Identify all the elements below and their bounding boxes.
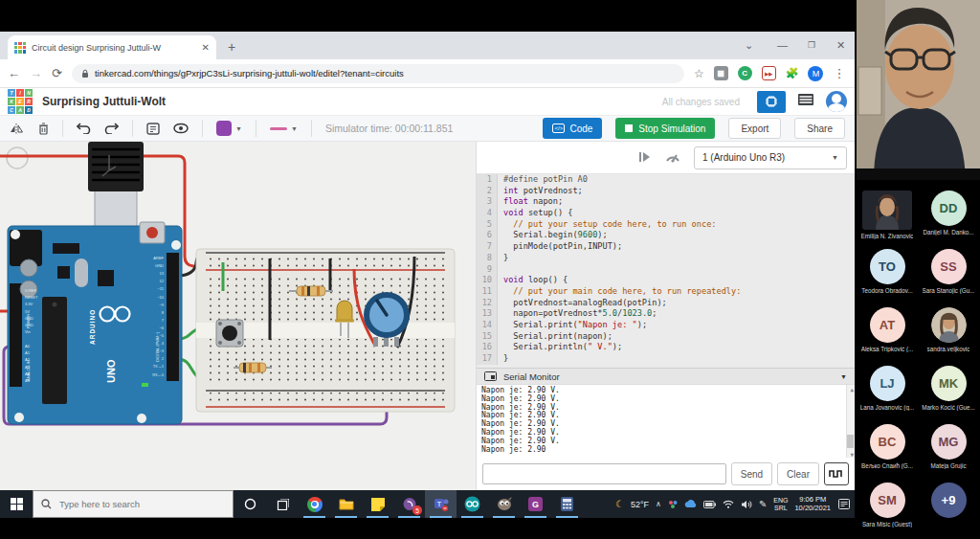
taskbar-arduino-icon[interactable] [457,490,488,518]
extensions-puzzle-icon[interactable]: 🧩 [786,67,799,79]
color-swatch-button[interactable]: ▼ [216,121,242,136]
participant[interactable]: +9 [918,478,979,536]
svg-text:~6: ~6 [159,326,164,330]
task-view-button[interactable] [266,490,299,518]
share-button[interactable]: Share [794,118,845,139]
export-button[interactable]: Export [728,118,781,139]
stop-simulation-button[interactable]: Stop Simulation [615,118,715,139]
battery-icon[interactable] [703,501,716,508]
participant[interactable]: BCВељко Спаић (G... [857,419,918,478]
pushbutton[interactable] [216,320,243,347]
new-tab-button[interactable]: + [228,40,235,54]
bookmark-star-icon[interactable]: ☆ [694,67,704,80]
serial-scrollbar[interactable]: ▲ ▼ [846,385,855,458]
serial-monitor-header[interactable]: Serial Monitor ▼ [477,368,855,384]
minimize-button[interactable]: — [777,39,788,51]
tray-expand-icon[interactable]: ∧ [656,500,661,508]
graph-button[interactable] [824,462,849,485]
extension-fast-forward-icon[interactable]: ▶▶ [762,66,776,80]
taskbar-gimp-icon[interactable] [488,490,520,518]
circuit-canvas[interactable]: UNO ARDUINO DIGITAL (PWM~) POWER ANALOG … [0,142,476,490]
language-indicator[interactable]: ENGSRL [773,497,788,511]
taskbar-sticky-notes-icon[interactable] [362,490,393,518]
taskbar-teams-icon[interactable]: T [425,490,457,518]
serial-output[interactable]: Napon je: 2.90 V.Napon je: 2.90 V.Napon … [477,384,855,458]
extension-grid-icon[interactable]: ▦ [714,66,728,80]
address-bar[interactable]: tinkercad.com/things/gPxrjpC3sLi-surpris… [72,64,684,83]
teams-tray-icon[interactable] [668,500,678,509]
visibility-eye-icon[interactable] [173,123,189,134]
forward-icon[interactable]: → [30,66,42,80]
participant[interactable]: sandra.veljkovic [918,303,979,361]
svg-text:13: 13 [160,271,165,276]
taskbar-calculator-icon[interactable] [551,490,583,518]
participant[interactable]: MGMateja Grujic [918,419,979,478]
webcam-video[interactable] [857,0,980,180]
cortana-button[interactable] [234,490,266,518]
send-button[interactable]: Send [731,462,772,485]
delete-icon[interactable] [38,123,49,135]
redo-icon[interactable] [104,123,119,134]
search-input[interactable] [59,499,203,509]
night-light-moon-icon[interactable]: ☾ [615,499,624,509]
participant[interactable]: ATAleksa Tripković (... [857,303,918,361]
tinkercad-logo[interactable]: TINKERCAD [8,89,33,114]
extension-colorzilla-icon[interactable]: C [738,66,752,80]
components-chip-button[interactable] [757,91,786,113]
svg-text:A0: A0 [25,344,31,348]
tab-search-icon[interactable]: ⌄ [745,39,753,52]
list-view-icon[interactable] [797,93,814,110]
scrollbar-thumb[interactable] [847,435,854,448]
participant-avatar: +9 [931,483,967,518]
participant[interactable]: Emilija N. Zivanovic [857,186,918,244]
participant[interactable]: DDDanijel M. Danko... [918,186,979,244]
notes-icon[interactable] [146,123,160,135]
taskbar-explorer-icon[interactable] [330,490,362,518]
taskbar-viber-icon[interactable]: 5 [393,490,425,518]
clear-button[interactable]: Clear [777,462,819,485]
close-button[interactable]: ✕ [836,39,845,52]
code-editor[interactable]: 1#define potPin A02int potVrednost;3floa… [477,174,855,368]
chevron-down-icon[interactable]: ▼ [840,373,847,380]
participant[interactable]: LJLana Jovanovic (g... [857,361,918,419]
participant-avatar: LJ [870,366,905,401]
participant[interactable]: TOTeodora Obradov... [857,244,918,303]
participant[interactable]: MKMarko Kocić (Gue... [918,361,979,419]
step-debug-icon[interactable] [638,149,652,167]
wire-style-button[interactable]: ▼ [270,125,298,132]
board-select-dropdown[interactable]: 1 (Arduino Uno R3) ▼ [694,146,847,169]
participant[interactable]: SSSara Stanojic (Gu... [918,244,979,303]
taskbar-gom-icon[interactable]: G [520,490,551,518]
pen-icon[interactable]: ✎ [759,499,767,509]
wifi-icon[interactable] [723,500,734,508]
weather-temp[interactable]: 52°F [631,500,649,509]
code-button[interactable]: </> Code [543,118,602,139]
participant[interactable]: SMSara Misic (Guest) [857,478,918,536]
clock[interactable]: 9:06 PM10/20/2021 [794,496,831,512]
serial-plotter-icon[interactable] [665,149,680,167]
zoom-fit-control[interactable] [7,147,28,168]
undo-icon[interactable] [77,123,91,134]
scroll-down-icon[interactable]: ▼ [850,451,854,458]
menu-dots-icon[interactable]: ⋮ [833,66,845,80]
flip-icon[interactable] [10,123,25,135]
onedrive-icon[interactable] [684,500,697,508]
participant-name: sandra.veljkovic [927,346,970,352]
tab-close-icon[interactable]: ✕ [202,42,210,53]
start-button[interactable] [0,490,33,518]
reload-icon[interactable]: ⟳ [52,66,62,80]
taskbar-chrome-icon[interactable] [299,490,330,518]
notification-center-icon[interactable] [837,499,851,509]
serial-input[interactable] [482,463,726,484]
maximize-button[interactable]: ❐ [808,40,815,50]
browser-tab[interactable]: Circuit design Surprising Juttuli-W ✕ [8,35,216,59]
profile-avatar[interactable]: M [808,66,823,81]
participant-name: Mateja Grujic [930,462,966,469]
back-icon[interactable]: ← [8,66,20,80]
scroll-up-icon[interactable]: ▲ [850,386,854,393]
arduino-uno-board[interactable]: UNO ARDUINO DIGITAL (PWM~) POWER ANALOG … [8,222,182,424]
taskbar-search[interactable] [33,490,234,518]
volume-icon[interactable] [741,500,752,509]
user-avatar[interactable] [826,91,847,112]
usb-cable[interactable] [88,142,144,232]
